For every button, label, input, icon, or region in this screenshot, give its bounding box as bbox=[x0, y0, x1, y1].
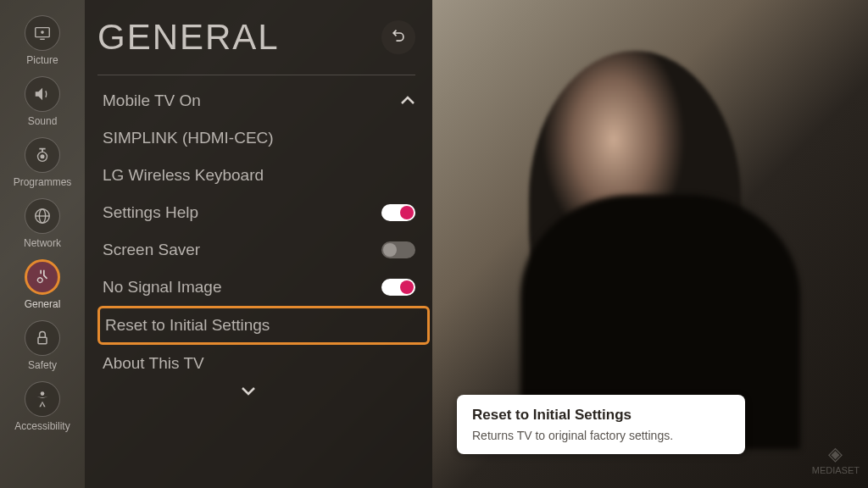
menu-item-settings-help[interactable]: Settings Help bbox=[97, 194, 432, 231]
menu-list: Mobile TV On SIMPLINK (HDMI-CEC) LG Wire… bbox=[97, 82, 432, 399]
panel-header: GENERAL bbox=[97, 17, 432, 58]
svg-point-1 bbox=[41, 30, 44, 34]
toggle-on[interactable] bbox=[381, 279, 415, 296]
svg-point-4 bbox=[41, 155, 44, 158]
sidebar-label: Network bbox=[24, 237, 61, 249]
svg-point-10 bbox=[41, 391, 45, 396]
toggle-off[interactable] bbox=[381, 241, 415, 258]
chevron-up-icon[interactable] bbox=[400, 96, 415, 106]
tooltip: Reset to Initial Settings Returns TV to … bbox=[457, 395, 745, 454]
sidebar-item-programmes[interactable]: Programmes bbox=[14, 137, 72, 188]
general-icon bbox=[25, 259, 60, 295]
menu-item-simplink[interactable]: SIMPLINK (HDMI-CEC) bbox=[97, 119, 432, 157]
programmes-icon bbox=[25, 137, 60, 173]
menu-label: SIMPLINK (HDMI-CEC) bbox=[103, 129, 274, 147]
back-button[interactable] bbox=[381, 20, 415, 54]
sidebar-label: General bbox=[25, 298, 61, 310]
menu-item-wireless-keyboard[interactable]: LG Wireless Keyboard bbox=[97, 157, 432, 194]
tooltip-title: Reset to Initial Settings bbox=[472, 407, 730, 424]
network-icon bbox=[25, 198, 60, 234]
menu-item-no-signal[interactable]: No Signal Image bbox=[97, 269, 432, 306]
sidebar-label: Safety bbox=[28, 359, 57, 371]
menu-item-screen-saver[interactable]: Screen Saver bbox=[97, 231, 432, 269]
menu-label: Reset to Initial Settings bbox=[105, 316, 270, 335]
divider bbox=[97, 75, 415, 75]
sidebar-label: Picture bbox=[26, 54, 58, 66]
chevron-down-icon[interactable] bbox=[97, 382, 398, 399]
menu-item-mobile-tv[interactable]: Mobile TV On bbox=[97, 82, 432, 119]
sidebar-item-picture[interactable]: Picture bbox=[25, 15, 60, 66]
panel-title: GENERAL bbox=[97, 17, 280, 58]
settings-sidebar: Picture Sound Programmes bbox=[0, 0, 85, 488]
picture-icon bbox=[25, 15, 60, 51]
menu-item-about[interactable]: About This TV bbox=[97, 345, 432, 382]
menu-label: No Signal Image bbox=[103, 278, 221, 297]
sidebar-item-network[interactable]: Network bbox=[24, 198, 61, 249]
channel-watermark: ◈ MEDIASET bbox=[812, 443, 860, 475]
menu-label: Settings Help bbox=[103, 203, 198, 222]
svg-point-8 bbox=[37, 278, 42, 283]
menu-label: Screen Saver bbox=[103, 241, 200, 259]
accessibility-icon bbox=[25, 381, 60, 417]
menu-label: LG Wireless Keyboard bbox=[103, 166, 264, 185]
watermark-icon: ◈ bbox=[812, 443, 860, 465]
watermark-label: MEDIASET bbox=[812, 465, 860, 475]
sidebar-item-safety[interactable]: Safety bbox=[25, 320, 60, 371]
settings-panel: GENERAL Mobile TV On SIMPLINK (HDMI-CEC)… bbox=[85, 0, 432, 488]
safety-icon bbox=[25, 320, 60, 356]
sidebar-item-accessibility[interactable]: Accessibility bbox=[14, 381, 70, 432]
sidebar-label: Programmes bbox=[14, 176, 72, 188]
menu-label: Mobile TV On bbox=[103, 92, 201, 110]
sidebar-label: Sound bbox=[28, 115, 58, 127]
tooltip-description: Returns TV to original factory settings. bbox=[472, 429, 730, 442]
sidebar-label: Accessibility bbox=[14, 420, 70, 432]
svg-rect-9 bbox=[38, 337, 47, 344]
menu-item-reset[interactable]: Reset to Initial Settings bbox=[97, 306, 430, 345]
sidebar-item-general[interactable]: General bbox=[25, 259, 61, 310]
sidebar-item-sound[interactable]: Sound bbox=[25, 76, 60, 127]
sound-icon bbox=[25, 76, 60, 112]
menu-label: About This TV bbox=[103, 354, 204, 373]
toggle-on[interactable] bbox=[381, 204, 415, 221]
